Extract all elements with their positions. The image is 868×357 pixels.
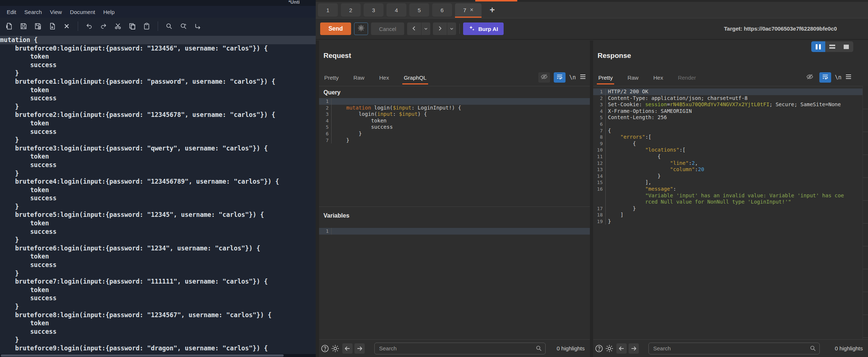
new-document-icon[interactable] bbox=[5, 22, 13, 30]
editor-menu-icon[interactable] bbox=[580, 74, 586, 81]
hide-nonprintable-button[interactable] bbox=[804, 72, 816, 83]
rows-layout-button[interactable] bbox=[825, 41, 839, 52]
request-response-divider[interactable] bbox=[590, 41, 593, 357]
tab-render[interactable]: Render bbox=[678, 74, 696, 81]
editor-code-line: bruteforce5:login(input:{password: "1234… bbox=[0, 211, 316, 219]
tab-graphql[interactable]: GraphQL bbox=[404, 74, 427, 81]
variables-editor[interactable]: 1 bbox=[319, 228, 590, 235]
goto-line-icon[interactable] bbox=[194, 22, 202, 30]
menu-item-view[interactable]: View bbox=[50, 9, 62, 15]
repeater-tab-5[interactable]: 5 bbox=[409, 3, 429, 17]
editor-code-line: bruteforce4:login(input:{password: "1234… bbox=[0, 177, 316, 186]
tab-hex[interactable]: Hex bbox=[653, 74, 663, 81]
tab-raw[interactable]: Raw bbox=[353, 74, 364, 81]
editor-code-line: bruteforce6:login(input:{password: "1234… bbox=[0, 244, 316, 253]
code-line: rced Null value for NonNull type 'LoginI… bbox=[593, 199, 863, 205]
word-wrap-button[interactable] bbox=[554, 72, 566, 83]
editor-code-line: token bbox=[0, 52, 316, 61]
chevron-right-icon bbox=[438, 25, 442, 32]
code-line: 5 success bbox=[319, 124, 590, 131]
repeater-tab-2[interactable]: 2 bbox=[341, 3, 361, 17]
menu-item-help[interactable]: Help bbox=[103, 9, 115, 15]
repeater-tab-6[interactable]: 6 bbox=[432, 3, 452, 17]
request-title: Request bbox=[323, 52, 351, 60]
repeater-tab-3[interactable]: 3 bbox=[364, 3, 384, 17]
search-settings-gear-icon[interactable] bbox=[604, 343, 615, 354]
redo-icon[interactable] bbox=[99, 22, 108, 30]
next-match-button[interactable] bbox=[629, 343, 639, 354]
text-editor-window: *Unti FileEditSearchViewDocumentHelp mut… bbox=[0, 0, 316, 357]
menu-item-search[interactable]: Search bbox=[24, 9, 42, 15]
search-input[interactable] bbox=[374, 343, 546, 354]
back-button[interactable] bbox=[407, 22, 421, 35]
previous-match-button[interactable] bbox=[342, 343, 353, 354]
paste-icon[interactable] bbox=[143, 22, 151, 30]
editor-menu-icon[interactable] bbox=[845, 74, 852, 81]
send-button[interactable]: Send bbox=[320, 22, 351, 35]
scrollbar-tick bbox=[863, 269, 868, 269]
line-number: 3 bbox=[593, 101, 606, 108]
search-input-wrap bbox=[374, 343, 546, 354]
hide-nonprintable-button[interactable] bbox=[538, 72, 550, 83]
send-settings-button[interactable] bbox=[354, 22, 368, 35]
back-dropdown-button[interactable] bbox=[421, 22, 430, 35]
scrollbar-thumb[interactable] bbox=[1, 354, 284, 357]
line-number: 17 bbox=[593, 205, 606, 212]
save-icon[interactable] bbox=[20, 22, 28, 30]
editor-code-line: } bbox=[0, 103, 316, 111]
save-as-icon[interactable] bbox=[34, 22, 42, 30]
code-text: ] bbox=[606, 212, 623, 218]
editor-horizontal-scrollbar[interactable] bbox=[0, 354, 316, 357]
word-wrap-button[interactable] bbox=[819, 72, 831, 83]
undo-icon[interactable] bbox=[85, 22, 93, 30]
response-scrollbar[interactable] bbox=[862, 86, 868, 339]
editor-code-line: bruteforce7:login(input:{password: "1111… bbox=[0, 277, 316, 286]
next-match-button[interactable] bbox=[354, 343, 365, 354]
single-layout-button[interactable] bbox=[839, 41, 853, 52]
copy-icon[interactable] bbox=[128, 22, 136, 30]
forward-dropdown-button[interactable] bbox=[447, 22, 456, 35]
forward-button[interactable] bbox=[433, 22, 447, 35]
editor-code-line: success bbox=[0, 228, 316, 236]
scrollbar-tick bbox=[863, 223, 868, 223]
burp-ai-button[interactable]: Burp AI bbox=[463, 22, 504, 35]
code-line: 6 bbox=[593, 121, 863, 128]
cancel-button[interactable]: Cancel bbox=[371, 22, 404, 35]
editor-code-line: } bbox=[0, 236, 316, 244]
help-icon[interactable] bbox=[320, 343, 330, 354]
search-settings-gear-icon[interactable] bbox=[330, 343, 340, 354]
layout-toggle-group bbox=[811, 41, 853, 52]
columns-icon bbox=[816, 44, 818, 49]
close-document-icon[interactable] bbox=[63, 22, 71, 30]
tab-pretty[interactable]: Pretty bbox=[324, 74, 339, 81]
code-line: 13 "column":20 bbox=[593, 166, 863, 173]
menu-item-edit[interactable]: Edit bbox=[7, 9, 16, 15]
tab-raw[interactable]: Raw bbox=[627, 74, 638, 81]
show-newlines-toggle[interactable]: \n bbox=[569, 74, 576, 81]
search-input[interactable] bbox=[648, 343, 820, 354]
help-icon[interactable] bbox=[594, 343, 604, 354]
previous-match-button[interactable] bbox=[616, 343, 627, 354]
show-newlines-toggle[interactable]: \n bbox=[835, 74, 841, 81]
repeater-tab-1[interactable]: 1 bbox=[318, 3, 338, 17]
repeater-tab-4[interactable]: 4 bbox=[386, 3, 406, 17]
tab-hex[interactable]: Hex bbox=[379, 74, 389, 81]
close-tab-icon[interactable]: × bbox=[470, 7, 473, 13]
new-tab-button[interactable]: + bbox=[486, 3, 498, 17]
response-view-tabs: PrettyRawHexRender bbox=[598, 74, 696, 81]
cut-icon[interactable] bbox=[114, 22, 122, 30]
find-replace-icon[interactable] bbox=[179, 22, 188, 30]
find-icon[interactable] bbox=[165, 22, 173, 30]
editor-toolbar bbox=[0, 18, 316, 35]
repeater-tab-7[interactable]: 7× bbox=[455, 3, 482, 17]
code-line: 16 "message": bbox=[593, 186, 863, 193]
tab-pretty[interactable]: Pretty bbox=[598, 74, 613, 81]
revert-icon[interactable] bbox=[48, 22, 56, 30]
editor-text-area[interactable]: mutation { bruteforce0:login(input:{pass… bbox=[0, 36, 316, 354]
code-line: 5Content-Length: 256 bbox=[593, 114, 863, 121]
columns-layout-button[interactable] bbox=[811, 41, 825, 52]
menu-item-document[interactable]: Document bbox=[70, 9, 95, 15]
query-editor[interactable]: 12 mutation login($input: LoginInput!) {… bbox=[319, 98, 590, 143]
response-editor[interactable]: 1HTTP/2 200 OK2Content-Type: application… bbox=[593, 89, 863, 225]
query-section-label: Query bbox=[323, 89, 340, 96]
